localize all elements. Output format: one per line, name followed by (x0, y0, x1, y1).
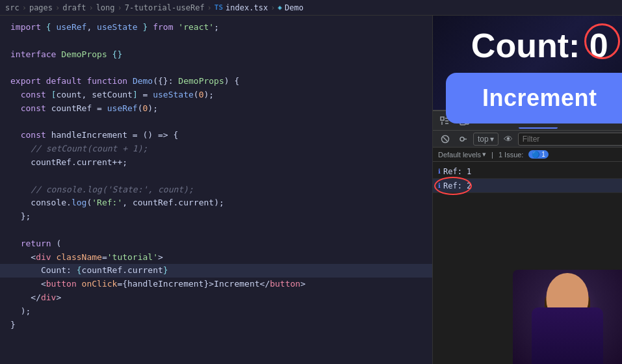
clear-console-button[interactable] (437, 132, 454, 146)
default-levels-bar: Default levels ▾ | 1 Issue: 🔵 1 (433, 148, 622, 162)
levels-arrow: ▾ (482, 150, 486, 159)
code-line-4 (0, 61, 432, 75)
code-line-21: </div> (0, 291, 432, 305)
code-line-17: return ( (0, 237, 432, 251)
console-toolbar: top ▾ 👁 (433, 131, 622, 148)
component-icon: ◈ (278, 3, 282, 12)
breadcrumb-draft[interactable]: draft (62, 3, 86, 12)
breadcrumb-file[interactable]: index.tsx (226, 3, 268, 12)
log-icon-1: ℹ (438, 168, 441, 175)
code-line-15: }; (0, 210, 432, 224)
webcam-overlay (513, 270, 622, 364)
ts-icon: TS (214, 3, 223, 12)
code-line-9: const handleIncrement = () => { (0, 129, 432, 142)
breadcrumb-src[interactable]: src (5, 3, 19, 12)
code-line-6: const [count, setCount] = useState(0); (0, 88, 432, 102)
breadcrumb-long[interactable]: long (96, 3, 115, 12)
preview-area: Count: 0 Increment (433, 16, 622, 110)
filter-button[interactable] (456, 133, 471, 145)
code-line-8 (0, 116, 432, 129)
svg-line-4 (443, 137, 447, 141)
right-panel: Count: 0 Increment (432, 16, 622, 364)
svg-rect-0 (441, 117, 444, 120)
count-text: Count: 0 (471, 27, 608, 64)
main-layout: import { useRef, useState } from 'react'… (0, 16, 622, 364)
default-levels-dropdown[interactable]: Default levels ▾ (438, 150, 486, 159)
code-line-20: <button onClick={handleIncrement}>Increm… (0, 278, 432, 291)
svg-point-5 (460, 137, 464, 141)
count-display: Count: 0 (471, 29, 608, 62)
console-line-2-content: ℹ Ref: 2 (438, 181, 622, 190)
code-line-22: ); (0, 305, 432, 318)
console-text-1: Ref: 1 (443, 167, 471, 176)
increment-button[interactable]: Increment (446, 73, 622, 124)
code-line-1: import { useRef, useState } from 'react'… (0, 21, 432, 34)
person-silhouette (513, 270, 622, 364)
code-line-11: countRef.current++; (0, 156, 432, 170)
console-filter-input[interactable] (518, 133, 622, 146)
code-panel: import { useRef, useState } from 'react'… (0, 16, 432, 364)
webcam-person (513, 270, 622, 364)
code-line-7: const countRef = useRef(0); (0, 102, 432, 116)
breadcrumb-tutorial[interactable]: 7-tutorial-useRef (125, 3, 205, 12)
console-line-1: ℹ Ref: 1 i (433, 164, 622, 179)
console-line-2: ℹ Ref: 2 i (433, 179, 622, 193)
breadcrumb-component[interactable]: Demo (285, 3, 304, 12)
code-line-19: Count: {countRef.current} (0, 264, 432, 278)
code-line-14: console.log('Ref:', countRef.current); (0, 196, 432, 210)
dropdown-arrow: ▾ (490, 135, 494, 144)
top-label: top (478, 135, 489, 144)
code-line-13: // console.log('State:', count); (0, 183, 432, 197)
default-levels-label: Default levels (438, 151, 481, 159)
issue-badge-small: 🔵 1 (528, 150, 548, 159)
breadcrumb: src › pages › draft › long › 7-tutorial-… (0, 0, 622, 16)
code-line-16 (0, 224, 432, 237)
code-line-3: interface DemoProps {} (0, 48, 432, 62)
top-context-dropdown[interactable]: top ▾ (473, 133, 499, 146)
code-editor[interactable]: import { useRef, useState } from 'react'… (0, 16, 432, 364)
code-line-5: export default function Demo({}: DemoPro… (0, 75, 432, 88)
code-line-18: <div className='tutorial'> (0, 251, 432, 265)
face-body (532, 307, 603, 364)
code-line-12 (0, 170, 432, 183)
code-line-10: // setCount(count + 1); (0, 142, 432, 156)
code-line-2 (0, 34, 432, 48)
eye-icon[interactable]: 👁 (501, 133, 515, 146)
console-line-1-content: ℹ Ref: 1 (438, 167, 622, 176)
breadcrumb-pages[interactable]: pages (29, 3, 53, 12)
issue-separator: | (491, 151, 493, 159)
issue-count-label: 1 Issue: (499, 151, 524, 159)
log-icon-2: ℹ (438, 182, 441, 189)
code-line-23: } (0, 318, 432, 332)
console-text-2: Ref: 2 (443, 181, 471, 190)
